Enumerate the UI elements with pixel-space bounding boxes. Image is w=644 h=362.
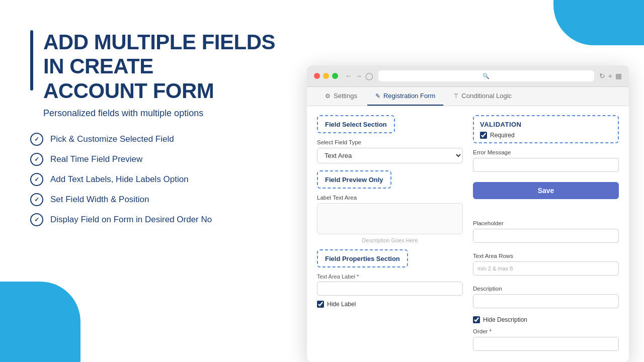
hide-description-checkbox[interactable]	[473, 316, 480, 323]
hide-label-row: Hide Label	[317, 301, 463, 308]
tab-conditional-logic[interactable]: ⊤ Conditional Logic	[445, 87, 520, 106]
text-area-label-input[interactable]	[317, 282, 463, 296]
dot-minimize[interactable]	[323, 73, 329, 79]
check-icon-1	[30, 133, 43, 146]
hide-description-text: Hide Description	[483, 316, 527, 323]
feature-text-3: Add Text Labels, Hide Labels Option	[50, 174, 189, 185]
feature-item-3: Add Text Labels, Hide Labels Option	[30, 173, 292, 186]
check-icon-4	[30, 193, 43, 206]
tab-registration-form[interactable]: ✎ Registration Form	[367, 87, 443, 106]
browser-toolbar: ← → ◯ 🔍 ↻ + ▦	[307, 65, 629, 87]
accent-bar	[30, 30, 33, 90]
subtitle: Personalized fields with multiple option…	[43, 108, 292, 119]
order-label: Order *	[473, 328, 619, 334]
required-checkbox[interactable]	[480, 132, 487, 139]
description-placeholder: Description Goes Here	[317, 237, 463, 243]
feature-text-5: Display Field on Form in Desired Order N…	[50, 215, 212, 225]
error-message-group: Error Message	[473, 149, 619, 177]
feature-list: Pick & Customize Selected Field Real Tim…	[30, 133, 292, 226]
select-field-type-dropdown[interactable]: Text Area Text Input Checkbox	[317, 148, 463, 163]
feature-item-1: Pick & Customize Selected Field	[30, 133, 292, 146]
feature-text-4: Set Field Width & Position	[50, 195, 149, 205]
error-message-label: Error Message	[473, 149, 619, 155]
tab-bar: ⚙ Settings ✎ Registration Form ⊤ Conditi…	[307, 87, 629, 106]
blob-top-right	[553, 0, 644, 45]
order-group: Order *	[473, 328, 619, 356]
hide-label-checkbox[interactable]	[317, 301, 324, 308]
text-area-label-label: Text Area Label *	[317, 274, 463, 280]
settings-icon: ⚙	[325, 93, 331, 100]
required-label: Required	[490, 132, 515, 139]
new-tab-icon[interactable]: +	[608, 72, 612, 80]
textarea-preview	[317, 203, 463, 234]
left-column: Field Select Section Select Field Type T…	[317, 115, 463, 362]
validation-box: VALIDATION Required	[473, 115, 619, 143]
field-properties-section-header: Field Properties Section	[317, 249, 408, 267]
description-label: Description	[473, 286, 619, 292]
validation-title: VALIDATION	[480, 121, 522, 128]
main-heading: ADD MULTIPLE FIELDS IN CREATE ACCOUNT FO…	[43, 30, 292, 103]
field-select-section-label: Field Select Section	[325, 121, 387, 128]
address-bar: 🔍	[378, 70, 594, 81]
save-button[interactable]: Save	[473, 182, 619, 199]
reload-icon[interactable]: ↻	[599, 72, 605, 80]
tab-registration-label: Registration Form	[383, 92, 435, 100]
description-group: Description	[473, 286, 619, 313]
feature-text-1: Pick & Customize Selected Field	[50, 134, 174, 144]
left-panel: ADD MULTIPLE FIELDS IN CREATE ACCOUNT FO…	[30, 30, 292, 226]
text-area-label-group: Text Area Label *	[317, 274, 463, 301]
description-input[interactable]	[473, 294, 619, 308]
form-content: Field Select Section Select Field Type T…	[307, 106, 629, 362]
feature-item-2: Real Time Field Preview	[30, 153, 292, 166]
browser-dots	[314, 73, 338, 79]
feature-item-4: Set Field Width & Position	[30, 193, 292, 206]
browser-window: ← → ◯ 🔍 ↻ + ▦ ⚙ Settings ✎ Registration …	[307, 65, 629, 362]
hide-description-row: Hide Description	[473, 316, 619, 323]
field-preview-section-label: Field Preview Only	[325, 176, 383, 184]
feature-item-5: Display Field on Form in Desired Order N…	[30, 213, 292, 226]
check-icon-5	[30, 213, 43, 226]
required-row: Required	[480, 132, 612, 139]
error-message-input[interactable]	[473, 158, 619, 172]
logic-icon: ⊤	[453, 93, 458, 100]
heading-section: ADD MULTIPLE FIELDS IN CREATE ACCOUNT FO…	[30, 30, 292, 119]
placeholder-group: Placeholder	[473, 220, 619, 248]
tab-settings[interactable]: ⚙ Settings	[317, 87, 365, 106]
feature-text-2: Real Time Field Preview	[50, 154, 142, 164]
nav-forward[interactable]: →	[355, 72, 362, 80]
dot-maximize[interactable]	[332, 73, 338, 79]
check-icon-3	[30, 173, 43, 186]
dot-close[interactable]	[314, 73, 320, 79]
hide-label-text: Hide Label	[327, 301, 356, 308]
more-icon[interactable]: ▦	[615, 72, 622, 80]
placeholder-input[interactable]	[473, 229, 619, 243]
search-icon: 🔍	[482, 73, 490, 79]
text-area-rows-input[interactable]	[473, 261, 619, 276]
browser-nav: ← → ◯	[345, 72, 373, 80]
blob-bottom-left	[0, 282, 80, 362]
right-column: VALIDATION Required Error Message Save P…	[473, 115, 619, 362]
placeholder-label: Placeholder	[473, 220, 619, 226]
select-field-type-label: Select Field Type	[317, 139, 463, 145]
nav-back[interactable]: ←	[345, 72, 352, 80]
nav-reload[interactable]: ◯	[365, 72, 373, 80]
field-select-section-header: Field Select Section	[317, 115, 395, 133]
select-field-type-group: Select Field Type Text Area Text Input C…	[317, 139, 463, 170]
order-input[interactable]	[473, 337, 619, 351]
tab-settings-label: Settings	[334, 92, 357, 100]
check-icon-2	[30, 153, 43, 166]
form-icon: ✎	[375, 93, 380, 100]
text-area-rows-group: Text Area Rows	[473, 253, 619, 281]
label-text-area-label: Label Text Area	[317, 195, 463, 201]
field-preview-section-header: Field Preview Only	[317, 170, 391, 189]
text-area-rows-label: Text Area Rows	[473, 253, 619, 259]
browser-actions: ↻ + ▦	[599, 72, 622, 80]
field-properties-section-label: Field Properties Section	[325, 255, 400, 262]
tab-conditional-label: Conditional Logic	[461, 92, 512, 100]
